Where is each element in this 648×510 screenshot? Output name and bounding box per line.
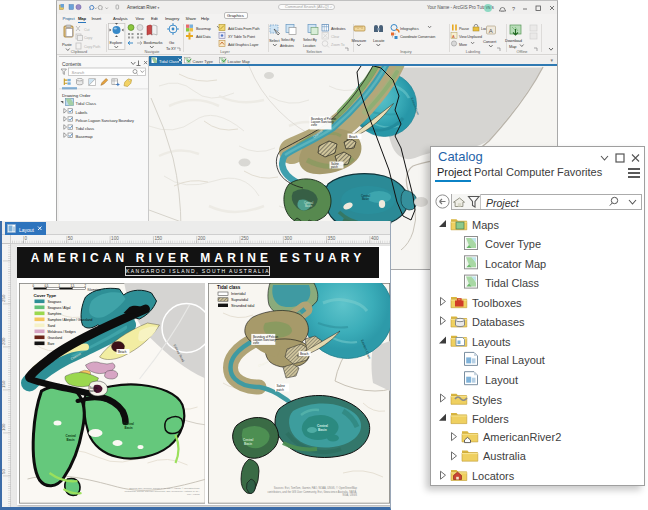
- svg-text:Sand: Sand: [47, 324, 55, 328]
- svg-text:Locate: Locate: [373, 38, 385, 43]
- svg-text:A: A: [489, 28, 493, 34]
- svg-text:Location: Location: [303, 44, 315, 48]
- svg-text:Contents: Contents: [62, 62, 82, 67]
- svg-text:Add Graphics Layer: Add Graphics Layer: [228, 43, 259, 47]
- svg-text:Stranded tidal: Stranded tidal: [231, 304, 255, 308]
- svg-text:zone: zone: [311, 123, 318, 127]
- svg-text:Search: Search: [72, 70, 85, 75]
- svg-text:Copy: Copy: [84, 36, 92, 40]
- svg-text:Cover Type: Cover Type: [485, 238, 541, 250]
- svg-text:Measure: Measure: [352, 38, 368, 43]
- svg-text:Beach: Beach: [300, 352, 309, 356]
- svg-text:Basemap: Basemap: [196, 27, 211, 31]
- svg-text:200: 200: [198, 236, 206, 241]
- svg-text:Cut: Cut: [84, 28, 89, 32]
- svg-text:Layout: Layout: [19, 226, 35, 232]
- svg-text:Styles: Styles: [472, 394, 502, 406]
- svg-text:?: ?: [512, 6, 515, 12]
- svg-text:Tidal Class: Tidal Class: [485, 277, 539, 289]
- svg-text:Grassland: Grassland: [47, 336, 62, 340]
- svg-text:Tidal Class: Tidal Class: [76, 101, 97, 106]
- svg-text:0: 0: [25, 236, 28, 241]
- svg-text:Pelican Lagoon Sanctuary Bound: Pelican Lagoon Sanctuary Boundary: [76, 119, 135, 123]
- svg-text:Pause: Pause: [459, 27, 469, 31]
- svg-text:NGA, USGS: NGA, USGS: [343, 493, 358, 497]
- svg-text:Basin: Basin: [66, 438, 74, 442]
- svg-text:Beach: Beach: [349, 134, 358, 138]
- svg-text:Basin: Basin: [124, 426, 132, 430]
- svg-text:A: A: [452, 34, 455, 39]
- svg-text:Attributes: Attributes: [280, 44, 294, 48]
- svg-text:Attributes: Attributes: [331, 27, 346, 31]
- svg-text:Bookmarks: Bookmarks: [144, 40, 163, 45]
- svg-text:Labels: Labels: [76, 110, 88, 115]
- svg-text:Select By: Select By: [303, 38, 317, 42]
- svg-text:Basin: Basin: [318, 428, 327, 432]
- svg-text:Beach: Beach: [118, 350, 127, 354]
- svg-text:50: 50: [68, 236, 74, 241]
- svg-text:XY Table To Point: XY Table To Point: [228, 35, 255, 39]
- svg-text:Cover Type: Cover Type: [33, 293, 56, 298]
- svg-text:Basin: Basin: [244, 442, 252, 446]
- svg-text:Tidal class: Tidal class: [76, 126, 95, 131]
- svg-text:350: 350: [328, 236, 336, 241]
- svg-text:patch: patch: [331, 164, 338, 168]
- svg-text:More: More: [459, 43, 467, 47]
- svg-text:To XY: To XY: [166, 46, 177, 51]
- svg-text:Kilometers: Kilometers: [87, 288, 101, 292]
- svg-text:Zoom To: Zoom To: [331, 43, 345, 47]
- svg-text:Bare: Bare: [47, 342, 54, 346]
- svg-text:Select: Select: [269, 38, 280, 43]
- svg-text:400: 400: [371, 236, 379, 241]
- svg-text:150: 150: [154, 236, 162, 241]
- svg-text:100: 100: [2, 423, 6, 431]
- svg-text:Intertidal: Intertidal: [231, 292, 246, 296]
- svg-text:200: 200: [2, 337, 6, 345]
- svg-text:Seagrass: Seagrass: [47, 300, 61, 304]
- svg-text:Explore: Explore: [110, 40, 124, 45]
- svg-text:Folders: Folders: [472, 413, 509, 425]
- svg-text:1.5: 1.5: [70, 284, 74, 288]
- svg-text:150: 150: [2, 380, 6, 388]
- svg-text:patch: patch: [277, 388, 285, 392]
- svg-text:Toolboxes: Toolboxes: [472, 297, 522, 309]
- svg-text:Paste: Paste: [62, 42, 73, 47]
- svg-text:View Unplaced: View Unplaced: [459, 35, 482, 39]
- svg-text:0.5: 0.5: [44, 284, 48, 288]
- svg-text:Infographics: Infographics: [400, 27, 419, 31]
- svg-text:Locator Map: Locator Map: [485, 258, 546, 270]
- svg-text:Layout: Layout: [485, 374, 518, 386]
- svg-text:Drawing Order: Drawing Order: [62, 93, 91, 98]
- svg-text:Locators: Locators: [472, 470, 515, 482]
- svg-text:patch: patch: [89, 389, 96, 393]
- svg-text:Basemap: Basemap: [76, 134, 94, 139]
- svg-text:NGA, USGS: NGA, USGS: [187, 493, 200, 496]
- svg-text:250: 250: [241, 236, 249, 241]
- svg-text:Clear: Clear: [331, 35, 340, 39]
- svg-text:Layouts: Layouts: [472, 336, 511, 348]
- svg-text:Add Data From Path: Add Data From Path: [228, 27, 260, 31]
- svg-text:Sources: Esri, TomTom, Garmin,: Sources: Esri, TomTom, Garmin, FAO, NOAA…: [274, 486, 358, 490]
- svg-text:Go: Go: [169, 40, 175, 45]
- svg-text:Supratidal: Supratidal: [231, 298, 248, 302]
- svg-text:Databases: Databases: [472, 316, 525, 328]
- svg-text:Coordinate Conversion: Coordinate Conversion: [400, 35, 435, 39]
- svg-text:100: 100: [111, 236, 119, 241]
- svg-text:Final Layout: Final Layout: [485, 354, 545, 366]
- svg-text:Australia: Australia: [483, 450, 527, 462]
- svg-text:Map: Map: [509, 44, 517, 49]
- svg-text:Basin: Basin: [305, 204, 312, 208]
- svg-text:300: 300: [284, 236, 292, 241]
- svg-text:Download: Download: [505, 38, 522, 43]
- svg-text:AmericanRiver2: AmericanRiver2: [483, 431, 561, 443]
- svg-text:zone: zone: [253, 341, 260, 345]
- svg-text:Samphire / Abriploe / Grasslan: Samphire / Abriploe / Grassland: [47, 318, 92, 322]
- svg-text:Maps: Maps: [472, 219, 499, 231]
- svg-text:Seagrass / Algal: Seagrass / Algal: [47, 306, 70, 310]
- svg-text:Select By: Select By: [281, 38, 295, 42]
- svg-text:Samphire: Samphire: [47, 312, 61, 316]
- svg-text:contributors, and the GIS User: contributors, and the GIS User Community…: [267, 490, 357, 494]
- svg-text:Basin: Basin: [362, 197, 369, 201]
- svg-text:Copy Path: Copy Path: [84, 45, 100, 49]
- svg-text:Melaleuca / Sedges: Melaleuca / Sedges: [47, 330, 75, 334]
